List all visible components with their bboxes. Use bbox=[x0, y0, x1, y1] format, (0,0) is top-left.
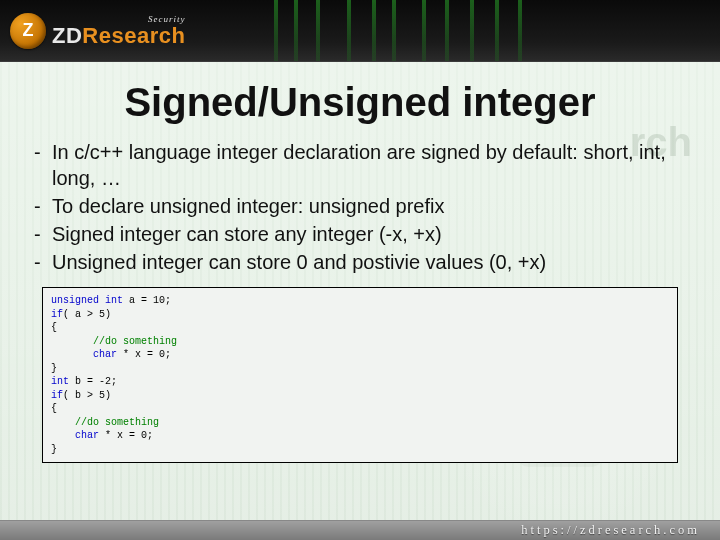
slide: rch Z Security ZDResearch Signed/Unsigne… bbox=[0, 0, 720, 540]
slide-title: Signed/Unsigned integer bbox=[28, 80, 692, 125]
logo-text: Security ZDResearch bbox=[52, 15, 185, 47]
list-item: Unsigned integer can store 0 and postivi… bbox=[52, 249, 682, 275]
list-item: To declare unsigned integer: unsigned pr… bbox=[52, 193, 682, 219]
code-block: unsigned int a = 10; if( a > 5) { //do s… bbox=[42, 287, 678, 463]
footer-url: https://zdresearch.com bbox=[521, 523, 700, 538]
header-matrix-decor bbox=[260, 0, 540, 61]
header-bar: Z Security ZDResearch bbox=[0, 0, 720, 62]
logo-badge-icon: Z bbox=[10, 13, 46, 49]
logo-letter: Z bbox=[23, 20, 34, 41]
list-item: In c/c++ language integer declaration ar… bbox=[52, 139, 682, 191]
content-area: Signed/Unsigned integer In c/c++ languag… bbox=[0, 62, 720, 520]
footer-bar: https://zdresearch.com bbox=[0, 520, 720, 540]
list-item: Signed integer can store any integer (-x… bbox=[52, 221, 682, 247]
bullet-list: In c/c++ language integer declaration ar… bbox=[28, 139, 692, 275]
logo: Z Security ZDResearch bbox=[10, 13, 185, 49]
logo-wordmark: ZDResearch bbox=[52, 25, 185, 47]
